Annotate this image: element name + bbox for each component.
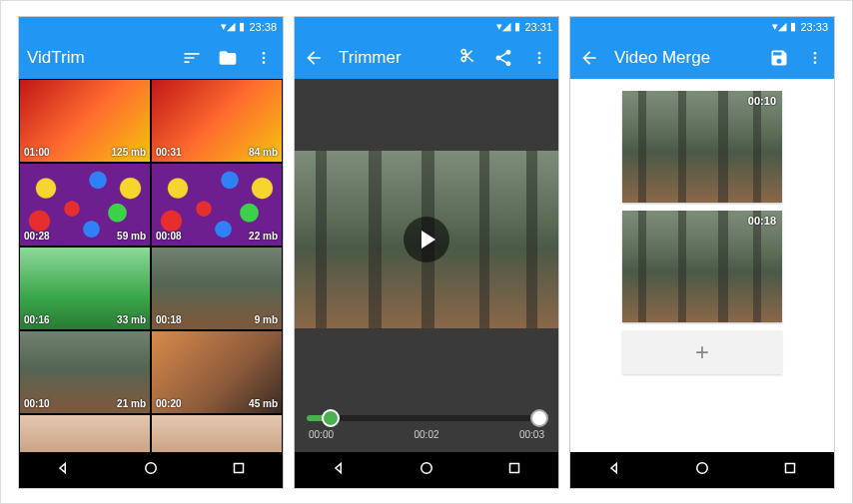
video-duration: 00:16 bbox=[24, 314, 50, 325]
status-bar: ▾◢ ▮ 23:38 bbox=[19, 17, 283, 37]
battery-icon: ▮ bbox=[239, 20, 245, 33]
video-size: 9 mb bbox=[255, 314, 278, 325]
plus-icon: + bbox=[695, 338, 709, 366]
svg-point-6 bbox=[538, 56, 541, 59]
svg-point-5 bbox=[538, 52, 541, 55]
video-size: 125 mb bbox=[112, 147, 146, 158]
video-preview[interactable] bbox=[295, 79, 558, 401]
trimmer-area: 00:00 00:02 00:03 bbox=[295, 79, 558, 452]
video-size: 84 mb bbox=[249, 147, 278, 158]
video-size: 21 mb bbox=[117, 398, 146, 409]
trim-handle-start[interactable] bbox=[322, 409, 340, 427]
svg-point-2 bbox=[263, 61, 266, 64]
video-grid: 01:00 125 mb 00:31 84 mb 00:28 59 mb 00:… bbox=[19, 79, 283, 452]
phone-vidtrim: ▾◢ ▮ 23:38 VidTrim 01:00 125 mb 00:31 84… bbox=[18, 16, 284, 489]
video-duration: 00:20 bbox=[156, 398, 182, 409]
signal-icon: ▾◢ bbox=[772, 20, 786, 33]
video-duration: 00:18 bbox=[156, 314, 182, 325]
status-time: 23:38 bbox=[249, 21, 277, 33]
svg-point-0 bbox=[263, 52, 266, 55]
merge-area: 00:10 00:18 + bbox=[570, 79, 834, 452]
app-bar: VidTrim bbox=[19, 37, 283, 79]
video-thumbnail[interactable] bbox=[19, 414, 151, 452]
add-clip-button[interactable]: + bbox=[622, 330, 782, 374]
phone-merge: ▾◢ ▮ 23:33 Video Merge 00:10 00:18 + bbox=[569, 16, 835, 489]
trim-controls: 00:00 00:02 00:03 bbox=[295, 401, 558, 452]
signal-icon: ▾◢ bbox=[496, 20, 510, 33]
video-duration: 00:28 bbox=[24, 231, 50, 242]
video-grid-area: 01:00 125 mb 00:31 84 mb 00:28 59 mb 00:… bbox=[19, 79, 283, 452]
status-bar: ▾◢ ▮ 23:33 bbox=[570, 17, 834, 37]
back-arrow-icon[interactable] bbox=[303, 47, 325, 69]
nav-home-icon[interactable] bbox=[693, 459, 711, 481]
video-thumbnail[interactable]: 00:28 59 mb bbox=[19, 163, 151, 247]
overflow-icon[interactable] bbox=[253, 47, 275, 69]
trim-track[interactable] bbox=[307, 415, 546, 421]
svg-rect-14 bbox=[786, 463, 795, 472]
svg-rect-4 bbox=[235, 463, 244, 472]
video-thumbnail[interactable] bbox=[151, 414, 283, 452]
app-bar: Trimmer bbox=[295, 37, 558, 79]
video-size: 45 mb bbox=[249, 398, 278, 409]
scissors-icon[interactable] bbox=[456, 47, 478, 69]
nav-back-icon[interactable] bbox=[605, 459, 623, 481]
clip-duration: 00:18 bbox=[748, 215, 776, 227]
status-bar: ▾◢ ▮ 23:31 bbox=[295, 17, 558, 37]
svg-point-3 bbox=[146, 462, 157, 473]
video-size: 33 mb bbox=[117, 314, 146, 325]
nav-recent-icon[interactable] bbox=[781, 459, 799, 481]
merge-clip[interactable]: 00:18 bbox=[622, 211, 782, 322]
app-bar: Video Merge bbox=[570, 37, 834, 79]
svg-rect-9 bbox=[510, 463, 519, 472]
merge-list: 00:10 00:18 + bbox=[570, 79, 834, 386]
svg-point-1 bbox=[263, 56, 266, 59]
video-thumbnail[interactable]: 00:31 84 mb bbox=[151, 79, 283, 163]
svg-point-10 bbox=[814, 52, 817, 55]
video-thumbnail[interactable]: 00:18 9 mb bbox=[151, 247, 283, 330]
sort-icon[interactable] bbox=[181, 47, 203, 69]
status-time: 23:33 bbox=[800, 21, 828, 33]
video-size: 59 mb bbox=[117, 231, 146, 242]
nav-recent-icon[interactable] bbox=[505, 459, 523, 481]
share-icon[interactable] bbox=[492, 47, 514, 69]
video-thumbnail[interactable]: 00:10 21 mb bbox=[19, 330, 151, 414]
nav-home-icon[interactable] bbox=[418, 459, 435, 481]
svg-point-13 bbox=[697, 462, 708, 473]
phone-trimmer: ▾◢ ▮ 23:31 Trimmer 00:0 bbox=[294, 16, 559, 489]
clip-duration: 00:10 bbox=[748, 95, 776, 107]
nav-recent-icon[interactable] bbox=[230, 459, 248, 481]
video-thumbnail[interactable]: 00:08 22 mb bbox=[151, 163, 283, 247]
video-duration: 01:00 bbox=[24, 147, 50, 158]
folder-icon[interactable] bbox=[217, 47, 239, 69]
nav-back-icon[interactable] bbox=[54, 459, 72, 481]
nav-home-icon[interactable] bbox=[142, 459, 160, 481]
nav-back-icon[interactable] bbox=[330, 459, 348, 481]
nav-bar bbox=[19, 452, 283, 488]
back-arrow-icon[interactable] bbox=[578, 47, 600, 69]
battery-icon: ▮ bbox=[790, 20, 796, 33]
video-duration: 00:08 bbox=[156, 231, 182, 242]
svg-point-11 bbox=[814, 56, 817, 59]
time-mid: 00:02 bbox=[414, 429, 438, 440]
video-duration: 00:31 bbox=[156, 147, 182, 158]
video-thumbnail[interactable]: 00:20 45 mb bbox=[151, 330, 283, 414]
play-button-icon[interactable] bbox=[404, 217, 449, 262]
status-time: 23:31 bbox=[524, 21, 552, 33]
trim-handle-end[interactable] bbox=[530, 409, 548, 427]
app-title: Video Merge bbox=[614, 48, 754, 68]
video-thumbnail[interactable]: 00:16 33 mb bbox=[19, 247, 151, 330]
nav-bar bbox=[295, 452, 558, 488]
time-start: 00:00 bbox=[309, 429, 334, 440]
video-thumbnail[interactable]: 01:00 125 mb bbox=[19, 79, 151, 163]
svg-point-7 bbox=[538, 61, 541, 64]
overflow-icon[interactable] bbox=[804, 47, 826, 69]
battery-icon: ▮ bbox=[514, 20, 520, 33]
save-icon[interactable] bbox=[768, 47, 790, 69]
overflow-icon[interactable] bbox=[528, 47, 550, 69]
app-title: Trimmer bbox=[339, 48, 442, 68]
svg-point-12 bbox=[814, 61, 817, 64]
app-title: VidTrim bbox=[27, 48, 167, 68]
signal-icon: ▾◢ bbox=[221, 20, 235, 33]
merge-clip[interactable]: 00:10 bbox=[622, 91, 782, 203]
nav-bar bbox=[570, 452, 834, 488]
